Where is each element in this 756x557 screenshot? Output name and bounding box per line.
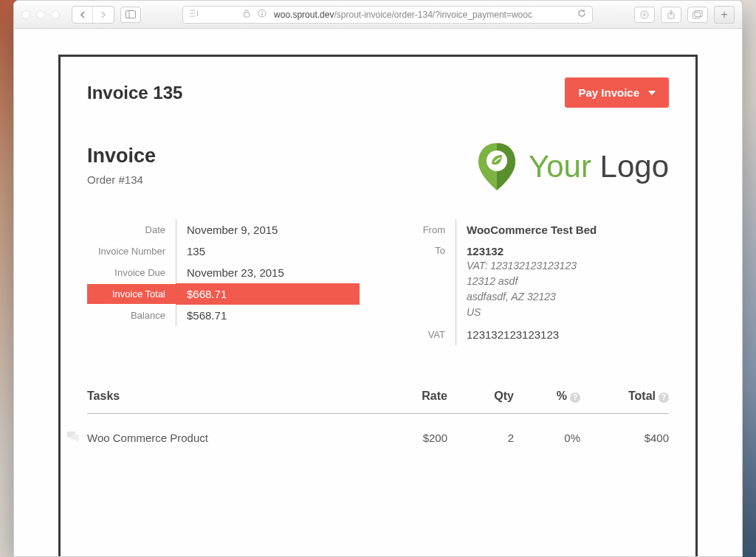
table-header: Tasks Rate Qty %? Total?: [87, 390, 669, 414]
close-window-button[interactable]: [21, 10, 30, 19]
balance-label: Balance: [87, 305, 176, 325]
help-icon[interactable]: ?: [659, 392, 669, 403]
browser-window: woo.sprout.dev/sprout-invoice/order-134/…: [13, 0, 743, 557]
invoice-due-label: Invoice Due: [87, 263, 176, 283]
item-name: Woo Commerce Product: [87, 432, 374, 444]
svg-rect-0: [126, 11, 136, 18]
pay-invoice-button[interactable]: Pay Invoice: [565, 77, 669, 108]
col-total: Total?: [580, 390, 669, 403]
info-icon: [258, 9, 267, 20]
item-percent: 0%: [514, 432, 580, 444]
item-qty: 2: [447, 432, 514, 444]
help-icon[interactable]: ?: [570, 392, 580, 403]
page-title: Invoice 135: [87, 83, 182, 103]
address-bar[interactable]: woo.sprout.dev/sprout-invoice/order-134/…: [182, 6, 593, 24]
invoice-meta-left: Date November 9, 2015 Invoice Number 135…: [87, 219, 360, 345]
item-total: $400: [580, 432, 669, 444]
zoom-window-button[interactable]: [51, 10, 60, 19]
svg-rect-13: [695, 11, 702, 17]
col-rate: Rate: [374, 390, 447, 403]
invoice-meta-right: From WooCommerce Test Bed To 123132 VAT:…: [396, 219, 669, 345]
vat-label: VAT: [396, 325, 456, 345]
svg-rect-12: [693, 13, 701, 18]
company-logo: Your Logo: [475, 140, 669, 193]
traffic-lights: [21, 10, 60, 19]
order-number: Order #134: [87, 173, 156, 186]
forward-button[interactable]: [93, 7, 114, 23]
comment-icon[interactable]: [66, 431, 80, 445]
to-label: To: [396, 241, 456, 260]
table-row: Woo Commerce Product $200 2 0% $400: [87, 414, 669, 462]
invoice-total-value: $668.71: [176, 283, 360, 305]
sidebar-button[interactable]: [120, 7, 141, 23]
url-text: woo.sprout.dev/sprout-invoice/order-134/…: [274, 10, 532, 20]
to-value: 123132 VAT: 123132123123123 12312 asdf a…: [456, 241, 669, 324]
from-value: WooCommerce Test Bed: [456, 219, 669, 241]
nav-back-forward: [72, 6, 114, 24]
tabs-button[interactable]: [687, 7, 708, 23]
date-label: Date: [87, 220, 176, 240]
svg-rect-6: [244, 13, 250, 17]
reader-icon: [189, 9, 199, 20]
minimize-window-button[interactable]: [36, 10, 45, 19]
line-items-table: Tasks Rate Qty %? Total? Woo Commerce Pr…: [87, 390, 669, 462]
browser-viewport: Invoice 135 Pay Invoice Invoice Order #1…: [14, 29, 742, 556]
balance-value: $568.71: [176, 305, 360, 326]
pay-invoice-label: Pay Invoice: [578, 86, 639, 99]
item-rate: $200: [374, 432, 447, 444]
back-button[interactable]: [72, 7, 93, 23]
vat-value: 123132123123123: [456, 324, 669, 345]
col-tasks: Tasks: [87, 390, 374, 403]
share-button[interactable]: [661, 7, 681, 23]
svg-point-8: [261, 11, 263, 13]
date-value: November 9, 2015: [176, 219, 360, 241]
col-qty: Qty: [447, 390, 514, 403]
invoice-heading: Invoice: [87, 145, 156, 167]
invoice-number-label: Invoice Number: [87, 241, 176, 261]
leaf-pin-icon: [475, 140, 518, 193]
new-tab-button[interactable]: +: [714, 6, 735, 24]
browser-titlebar: woo.sprout.dev/sprout-invoice/order-134/…: [14, 1, 742, 29]
col-percent: %?: [514, 390, 580, 403]
reload-button[interactable]: [577, 9, 586, 20]
logo-text: Your Logo: [529, 149, 669, 184]
invoice-card: Invoice 135 Pay Invoice Invoice Order #1…: [58, 55, 698, 556]
invoice-total-label: Invoice Total: [87, 284, 176, 304]
invoice-due-value: November 23, 2015: [176, 262, 360, 283]
download-button[interactable]: [634, 7, 655, 23]
chevron-down-icon: [648, 91, 656, 95]
lock-icon: [243, 9, 250, 20]
from-label: From: [396, 220, 456, 240]
invoice-number-value: 135: [176, 241, 360, 262]
